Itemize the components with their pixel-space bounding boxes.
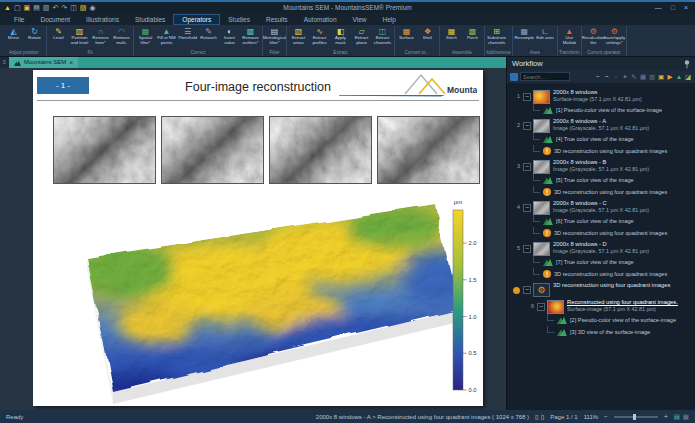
workflow-item-number: 3	[509, 159, 520, 174]
minidoc-icon[interactable]: ▣	[657, 71, 665, 82]
tree-expander-icon[interactable]: −	[523, 286, 531, 294]
workflow-view-item[interactable]: [4] True color view of the image	[533, 133, 695, 145]
workflow-item-2000x-8-windows-d[interactable]: 5−2000x 8 windows - DImage (Grayscale, 5…	[509, 241, 695, 256]
tree-expander-icon[interactable]: −	[537, 303, 545, 311]
zoom-in-icon[interactable]: +	[664, 413, 668, 420]
menu-tab-operators[interactable]: Operators	[173, 14, 220, 25]
mirror-icon: ◭	[10, 27, 16, 36]
workflow-item-2000x-8-windows-b[interactable]: 3−2000x 8 windows - BImage (Grayscale, 5…	[509, 159, 695, 174]
substrate-channels-button[interactable]: ⊞Substrate channels	[486, 26, 507, 50]
rotate-button[interactable]: ↻Rotate	[24, 26, 45, 50]
template-icon[interactable]: ◪	[684, 71, 692, 82]
threshold-button[interactable]: ☰Threshold	[177, 26, 198, 50]
remove-form-button[interactable]: ∩Remove form*	[90, 26, 111, 50]
workflow-search-input[interactable]	[520, 72, 570, 81]
terrain-surface	[55, 204, 478, 400]
save-apply-settings-button[interactable]: ⚙Save/apply settings*	[604, 26, 625, 50]
menu-tab-results[interactable]: Results	[258, 15, 296, 24]
apply-operator-icon[interactable]: ▶	[666, 71, 674, 82]
ribbon-button-label: Spatial filter*	[135, 36, 156, 46]
two-page-icon[interactable]: ▯	[541, 413, 545, 421]
menu-tab-document[interactable]: Document	[32, 15, 78, 24]
spatial-filter-button[interactable]: ▦Spatial filter*	[135, 26, 156, 50]
workflow-view-item[interactable]: 3D reconstruction using four quadrant im…	[533, 227, 695, 239]
patch-button[interactable]: ▩Patch	[462, 26, 483, 50]
invert-value-button[interactable]: ◐Invert value	[219, 26, 240, 50]
extract-plane-contour-button[interactable]: ▱Extract plane contour	[351, 26, 372, 50]
operator-gear-thumbnail: ⚙	[533, 283, 550, 297]
tree-expander-icon[interactable]: −	[523, 93, 531, 101]
view-surface-icon[interactable]: ▲	[675, 71, 683, 82]
workflow-view-item[interactable]: 3D reconstruction using four quadrant im…	[533, 268, 695, 280]
fill-in-nm-points-button[interactable]: ▲Fill in NM points	[156, 26, 177, 50]
stitch-button[interactable]: ▦Stitch	[441, 26, 462, 50]
surface-3d-view: µm 2.01.51.00.50.0	[35, 190, 481, 408]
zoom-slider[interactable]	[614, 416, 658, 418]
tree-expander-icon[interactable]: −	[523, 245, 531, 253]
metrological-filter-button[interactable]: ▤Metrological filter*	[264, 26, 285, 50]
menu-tab-studies[interactable]: Studies	[220, 15, 258, 24]
remove-outliers-button[interactable]: ▩Remove outliers*	[240, 26, 261, 50]
menu-tab-studiables[interactable]: Studiables	[127, 15, 173, 24]
workflow-view-item[interactable]: [7] True color view of the image	[533, 256, 695, 268]
surface-button[interactable]: ▦Surface	[396, 26, 417, 50]
hide-icon[interactable]: ▫	[612, 71, 620, 82]
apply-mask-button[interactable]: ◧Apply mask	[330, 26, 351, 50]
workflow-view-item[interactable]: [6] True color view of the image	[533, 215, 695, 227]
workflow-item-reconstructed-using-four-quadrant-images[interactable]: 6−Reconstructed using four quadrant imag…	[523, 299, 695, 314]
tree-expander-icon[interactable]: −	[523, 122, 531, 130]
workflow-view-item[interactable]: 3D reconstruction using four quadrant im…	[533, 186, 695, 198]
edit-mode-icon[interactable]: ✎	[630, 71, 638, 82]
menu-tab-view[interactable]: View	[345, 15, 375, 24]
tree-expander-icon[interactable]: −	[523, 204, 531, 212]
recalculate-the-operator-button[interactable]: ⚙Recalculate the operator	[583, 26, 604, 50]
highlight-icon[interactable]: ✦	[621, 71, 629, 82]
workflow-view-item[interactable]: 3D reconstruction using four quadrant im…	[533, 145, 695, 157]
pin-icon[interactable]	[684, 55, 690, 73]
edit-axes-button[interactable]: ∟Edit axes	[535, 26, 556, 50]
extract-areas-button[interactable]: ▧Extract areas	[288, 26, 309, 50]
workflow-item-2000x-8-windows-c[interactable]: 4−2000x 8 windows - CImage (Grayscale, 5…	[509, 200, 695, 215]
menu-tab-automation[interactable]: Automation	[296, 15, 345, 24]
workflow-view-label: 3D reconstruction using four quadrant im…	[554, 148, 667, 154]
retouch-button[interactable]: ✎Retouch	[198, 26, 219, 50]
tab-scroll-icon[interactable]: ≡	[0, 57, 9, 68]
document-icon	[14, 60, 21, 66]
details-view-icon[interactable]: ▥	[648, 71, 656, 82]
menu-tab-help[interactable]: Help	[375, 15, 404, 24]
workflow-view-item[interactable]: [3] 3D view of the surface-image	[547, 326, 695, 338]
extract-channels-button[interactable]: ◫Extract channels	[372, 26, 393, 50]
workflow-item-3d-reconstruction-using-four-quadrant-images[interactable]: −⚙3D reconstruction using four quadrant …	[509, 282, 695, 297]
one-page-icon[interactable]: ▯	[535, 413, 539, 421]
partition-and-level-button[interactable]: ▨Partition and level	[69, 26, 90, 50]
collapse-all-icon[interactable]: −	[594, 71, 602, 82]
mirror-button[interactable]: ◭Mirror	[3, 26, 24, 50]
extract-profiles-button[interactable]: ∿Extract profiles	[309, 26, 330, 50]
use-matlab-button[interactable]: ▲Use Matlab	[559, 26, 580, 50]
workflow-view-item[interactable]: [2] Pseudo-color view of the surface-ima…	[547, 314, 695, 326]
grid-view-icon[interactable]: ▦	[639, 71, 647, 82]
zoom-slider-knob[interactable]	[633, 414, 636, 420]
workflow-view-item[interactable]: [1] Pseudo-color view of the surface-ima…	[533, 104, 695, 116]
workflow-item-text: 2000x 8 windows - AImage (Grayscale, 57.…	[553, 118, 649, 133]
fit-page-icon[interactable]: ▤	[674, 413, 680, 421]
menu-tab-file[interactable]: File	[6, 15, 32, 24]
workflow-item-2000x-8-windows-a[interactable]: 2−2000x 8 windows - AImage (Grayscale, 5…	[509, 118, 695, 133]
zoom-out-icon[interactable]: −	[604, 413, 608, 420]
tree-expander-icon[interactable]: −	[523, 163, 531, 171]
workflow-item-2000x-8-windows[interactable]: 1−2000x 8 windowsSurface-image (57.1 µm …	[509, 89, 695, 104]
document-tab[interactable]: Mountains SEM ×	[9, 57, 78, 68]
shell-button[interactable]: ❖Shell	[417, 26, 438, 50]
ribbon-group-add-remove: ⊞Substrate channelsAdd/remove	[485, 26, 513, 56]
workflow-item-title: 3D reconstruction using four quadrant im…	[553, 282, 670, 289]
workflow-view-item[interactable]: [5] True color view of the image	[533, 174, 695, 186]
resample-button[interactable]: ▦Resample	[514, 26, 535, 50]
grid-view-icon[interactable]: ▦	[683, 413, 689, 421]
menu-tab-illustrations[interactable]: Illustrations	[78, 15, 127, 24]
quadrant-image-4	[377, 116, 480, 184]
workflow-filter-icon[interactable]	[510, 73, 518, 81]
expand-all-icon[interactable]: −	[603, 71, 611, 82]
remove-multi-plane-form-button[interactable]: ◠Remove multi-plane form	[111, 26, 132, 50]
level-button[interactable]: ✎Level	[48, 26, 69, 50]
close-tab-icon[interactable]: ×	[69, 57, 73, 68]
